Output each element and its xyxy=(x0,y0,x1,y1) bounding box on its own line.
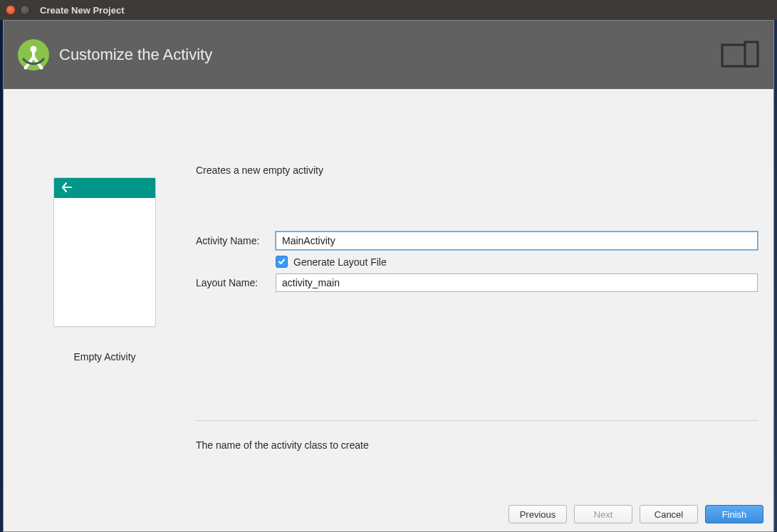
minimize-window-icon[interactable] xyxy=(20,5,30,15)
activity-name-label: Activity Name: xyxy=(196,235,276,246)
svg-point-2 xyxy=(24,66,28,70)
form-column: Creates a new empty activity Activity Na… xyxy=(193,115,761,497)
activity-name-row: Activity Name: xyxy=(196,231,758,250)
android-studio-logo-icon xyxy=(16,38,51,72)
activity-preview xyxy=(53,177,156,327)
previous-button[interactable]: Previous xyxy=(509,505,567,523)
layout-name-row: Layout Name: xyxy=(196,273,758,292)
activity-name-input[interactable] xyxy=(276,231,758,250)
generate-layout-checkbox[interactable] xyxy=(276,256,288,268)
preview-caption: Empty Activity xyxy=(73,351,135,363)
preview-column: Empty Activity xyxy=(16,115,193,497)
layout-name-label: Layout Name: xyxy=(196,277,276,288)
next-button: Next xyxy=(574,505,632,523)
window-controls xyxy=(6,5,30,15)
form-body: Activity Name: Generate Layout File Layo… xyxy=(196,231,758,298)
generate-layout-row: Generate Layout File xyxy=(276,256,758,268)
dialog-window: Customize the Activity Empty Activity xyxy=(3,20,774,532)
generate-layout-label: Generate Layout File xyxy=(293,256,387,268)
window-title: Create New Project xyxy=(40,5,125,16)
dialog-title: Customize the Activity xyxy=(59,46,212,64)
device-preview-icon xyxy=(721,41,761,71)
layout-name-input[interactable] xyxy=(276,273,758,292)
cancel-button[interactable]: Cancel xyxy=(640,505,698,523)
hint-text: The name of the activity class to create xyxy=(196,439,758,451)
svg-point-3 xyxy=(40,66,43,70)
back-arrow-icon xyxy=(61,182,73,195)
preview-appbar xyxy=(54,178,155,198)
titlebar[interactable]: Create New Project xyxy=(0,0,777,20)
form-description: Creates a new empty activity xyxy=(196,165,758,176)
svg-rect-5 xyxy=(745,42,758,66)
close-window-icon[interactable] xyxy=(6,5,16,15)
hint-separator xyxy=(196,420,758,421)
dialog-header: Customize the Activity xyxy=(4,21,773,89)
dialog-content: Empty Activity Creates a new empty activ… xyxy=(4,89,773,497)
dialog-footer: Previous Next Cancel Finish xyxy=(4,497,773,531)
finish-button[interactable]: Finish xyxy=(705,505,763,523)
